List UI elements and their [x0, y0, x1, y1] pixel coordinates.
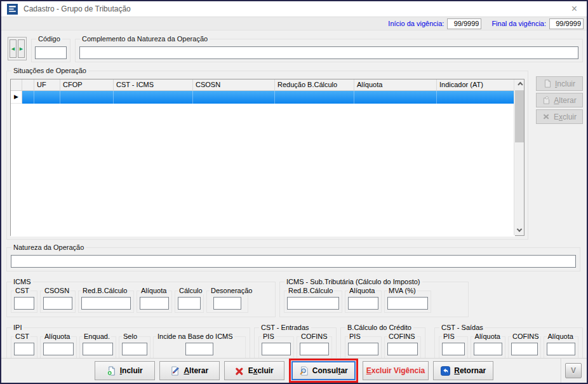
- prev-record-button[interactable]: ◀: [10, 39, 17, 58]
- column-header-uf[interactable]: UF: [34, 79, 60, 91]
- credito-cofins-field[interactable]: [387, 343, 418, 355]
- entradas-cofins-field[interactable]: [300, 343, 329, 355]
- credito-cofins-label: COFINS: [387, 333, 417, 340]
- scroll-up-icon[interactable]: [514, 79, 524, 90]
- icms-csosn-label: CSOSN: [43, 287, 70, 294]
- icms-aliquota-label: Alíquota: [140, 287, 168, 294]
- icmsst-aliquota-field[interactable]: [348, 297, 378, 310]
- close-icon[interactable]: ×: [568, 4, 581, 14]
- cell-aliquota: [354, 91, 437, 104]
- icms-cst-group: CST: [11, 291, 37, 313]
- icms-csosn-field[interactable]: [43, 297, 72, 310]
- saidas-pis-field[interactable]: [442, 343, 465, 355]
- vertical-scrollbar[interactable]: [514, 79, 524, 235]
- scroll-down-icon[interactable]: [514, 225, 524, 235]
- cell-indicador: [437, 91, 515, 104]
- cell-csosn: [193, 91, 275, 104]
- icmsst-redbcalculo-label: Red.B.Cálculo: [287, 287, 334, 294]
- credito-pis-group: PIS: [345, 336, 382, 359]
- column-header-aliquota[interactable]: Alíquota: [354, 79, 437, 91]
- row-indicator-cell: ▶: [11, 91, 22, 104]
- icms-desoneracao-group: Desoneração: [206, 291, 248, 313]
- entradas-pis-field[interactable]: [262, 343, 291, 355]
- saidas-pis-label: PIS: [442, 333, 456, 340]
- ipi-incide-field[interactable]: [185, 343, 213, 355]
- column-header-cst-icms[interactable]: CST - ICMS: [114, 79, 193, 91]
- credito-pis-label: PIS: [348, 333, 362, 340]
- ipi-aliquota-group: Alíquota: [40, 336, 77, 359]
- grid-empty-area: [11, 104, 515, 237]
- ipi-cst-group: CST: [11, 336, 37, 359]
- ipi-cst-row: IPI CST Alíquota Enquad. Selo Incide na …: [1, 324, 587, 363]
- new-page-icon: [544, 79, 552, 88]
- grid-incluir-button[interactable]: Incluir: [536, 76, 583, 91]
- complemento-label: Complemento da Natureza da Operação: [80, 35, 210, 43]
- column-header-indicador[interactable]: Indicador (AT): [437, 79, 515, 91]
- column-header-reducao[interactable]: Redução B.Cálculo: [275, 79, 354, 91]
- entradas-pis-group: PIS: [258, 336, 294, 359]
- retornar-button[interactable]: Retornar: [433, 361, 493, 380]
- column-header-csosn[interactable]: CSOSN: [193, 79, 275, 91]
- add-page-icon: [107, 366, 116, 376]
- saidas-pis-aliquota-field[interactable]: [474, 343, 502, 355]
- header-indicator-cell: [11, 79, 22, 91]
- grid-header-row: UF CFOP CST - ICMS CSOSN Redução B.Cálcu…: [11, 79, 515, 91]
- incluir-button[interactable]: Incluir: [95, 361, 155, 380]
- next-triangle-icon: ▶: [20, 46, 23, 51]
- icmsst-redbcalculo-field[interactable]: [287, 297, 339, 310]
- excluir-vigencia-button[interactable]: Excluir Vigência: [363, 361, 429, 380]
- button-label: Incluir: [120, 366, 143, 375]
- grid-excluir-button[interactable]: Excluir: [536, 109, 583, 124]
- situacoes-legend: Situações de Operação: [11, 67, 88, 74]
- bcalc-credito-legend: B.Cálculo do Crédito: [345, 324, 413, 331]
- icms-st-group: ICMS - Sub.Tributária (Cálculo do Impost…: [279, 282, 469, 317]
- final-vigencia-field[interactable]: [549, 18, 584, 29]
- consultar-button[interactable]: Consultar: [291, 361, 356, 380]
- grid-alterar-button[interactable]: Alterar: [536, 93, 583, 107]
- column-header-cfop[interactable]: CFOP: [60, 79, 114, 91]
- cst-entradas-legend: CST - Entradas: [259, 324, 311, 331]
- ipi-selo-field[interactable]: [122, 343, 147, 355]
- selected-grid-row[interactable]: ▶: [11, 91, 515, 104]
- situacoes-group: Situações de Operação UF CFOP CST - ICMS…: [6, 71, 528, 240]
- ipi-enquad-field[interactable]: [83, 343, 113, 355]
- scrollbar-thumb[interactable]: [515, 90, 524, 142]
- search-page-icon: [299, 366, 309, 376]
- saidas-cofins-field[interactable]: [511, 343, 538, 355]
- icmsst-mva-field[interactable]: [387, 297, 428, 310]
- prev-triangle-icon: ◀: [11, 46, 15, 51]
- icms-calculo-field[interactable]: [178, 297, 201, 310]
- button-label: Incluir: [555, 79, 575, 88]
- complemento-field[interactable]: [79, 46, 578, 59]
- alterar-button[interactable]: Alterar: [159, 361, 220, 380]
- cell-cst-icms: [114, 91, 193, 104]
- icms-cst-field[interactable]: [14, 297, 34, 310]
- natureza-field[interactable]: [11, 255, 576, 268]
- saidas-cofins-aliquota-field[interactable]: [547, 343, 575, 355]
- codigo-field[interactable]: [35, 46, 67, 59]
- ipi-cst-field[interactable]: [14, 343, 34, 355]
- icms-desoneracao-field[interactable]: [213, 297, 241, 310]
- ipi-aliquota-field[interactable]: [43, 343, 74, 355]
- next-record-button[interactable]: ▶: [18, 39, 25, 58]
- inicio-vigencia-field[interactable]: [447, 18, 481, 29]
- icms-legend: ICMS: [11, 278, 33, 285]
- saidas-cofins-label: COFINS: [511, 333, 540, 340]
- toolbar-divider: [561, 359, 562, 383]
- icms-redbcalculo-field[interactable]: [81, 297, 131, 310]
- icms-st-legend: ICMS - Sub.Tributária (Cálculo do Impost…: [284, 278, 422, 285]
- cst-saidas-legend: CST - Saídas: [439, 324, 485, 331]
- v-button[interactable]: V: [565, 363, 582, 378]
- complemento-group: Complemento da Natureza da Operação: [75, 39, 583, 62]
- icms-aliquota-field[interactable]: [140, 297, 169, 310]
- icms-redbcalculo-label: Red.B.Cálculo: [81, 287, 128, 294]
- button-label: Consultar: [312, 366, 348, 375]
- window-title: Cadastro - Grupo de Tributação: [23, 4, 131, 13]
- icmsst-redbcalculo-group: Red.B.Cálculo: [284, 291, 342, 313]
- excluir-button[interactable]: Excluir: [224, 361, 284, 380]
- back-arrow-icon: [441, 366, 450, 376]
- ipi-enquad-group: Enquad.: [79, 336, 116, 359]
- cell-reducao: [275, 91, 354, 104]
- entradas-cofins-label: COFINS: [300, 333, 329, 340]
- credito-pis-field[interactable]: [348, 343, 378, 355]
